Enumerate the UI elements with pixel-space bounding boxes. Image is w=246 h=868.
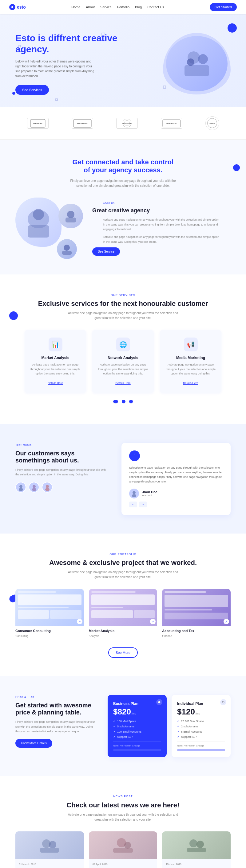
pagination-dot-2[interactable] bbox=[129, 400, 133, 403]
pagination-dot-1[interactable] bbox=[122, 400, 126, 403]
about-img-main bbox=[15, 197, 62, 247]
nav-cta-button[interactable]: Get Started bbox=[210, 3, 237, 11]
about-img-2 bbox=[59, 204, 83, 228]
portfolio-description: Activate one page navigation on any page… bbox=[68, 570, 178, 580]
portfolio-category-2: Finance bbox=[162, 634, 172, 638]
news-grid: 31 March, 2019 Contented direction septe… bbox=[15, 831, 231, 868]
portfolio-info-1: Market Analysis Analysis bbox=[89, 626, 157, 638]
about-tag: About Us bbox=[103, 201, 220, 206]
svg-point-24 bbox=[133, 491, 136, 494]
pricing-left: Price & Plan Get started with awesome pr… bbox=[15, 695, 95, 748]
brand-item-0: BUSINESS bbox=[27, 118, 48, 129]
mock-bar-6 bbox=[165, 609, 212, 611]
brand-text-0: BUSINESS bbox=[33, 123, 42, 125]
news-img-0 bbox=[15, 831, 84, 859]
svg-point-23 bbox=[45, 488, 49, 491]
news-svg-1 bbox=[111, 836, 135, 855]
service-link-2[interactable]: Details Here bbox=[183, 381, 198, 384]
service-icon-2: 📢 bbox=[184, 338, 198, 351]
portfolio-thumb-content-1 bbox=[89, 589, 157, 626]
about-main-svg bbox=[23, 204, 54, 241]
svg-point-18 bbox=[20, 485, 23, 488]
testimonial-avatars bbox=[15, 482, 109, 493]
check-icon-6: ✓ bbox=[177, 730, 180, 733]
brand-text-4: PRESTIG bbox=[209, 122, 215, 124]
about-text: About Us Great creative agency Activate … bbox=[92, 201, 231, 256]
svg-point-13 bbox=[33, 209, 44, 220]
testimonial-prev-button[interactable]: ← bbox=[129, 501, 137, 507]
about-grid: About Us Great creative agency Activate … bbox=[15, 197, 231, 259]
portfolio-thumb-content-0 bbox=[15, 589, 84, 626]
brand-logo-3: PRAESIDEO bbox=[161, 118, 182, 129]
business-feature-3: ✓ Support 24/7 bbox=[113, 735, 161, 739]
service-title-0: Market Analysis bbox=[30, 356, 80, 360]
news-body-2: 15 June, 2019 One morning, when Gregor S… bbox=[162, 859, 231, 868]
logo-icon bbox=[9, 4, 15, 10]
price-card-business: ⬢ Business Plan $820 /mo ✓ 100 Mail Spac… bbox=[108, 695, 167, 757]
testimonial-next-button[interactable]: → bbox=[139, 501, 147, 507]
pricing-section: Price & Plan Get started with awesome pr… bbox=[0, 676, 246, 776]
author-avatar bbox=[129, 489, 139, 498]
business-plan-amount: $820 bbox=[113, 707, 131, 717]
service-desc-2: Activate page navigation on any page thr… bbox=[166, 363, 216, 376]
nav-home[interactable]: Home bbox=[71, 5, 80, 9]
portfolio-see-more-button[interactable]: See More bbox=[108, 647, 138, 658]
service-desc-0: Activate page navigation on any page thr… bbox=[30, 363, 80, 376]
avatar1-svg bbox=[17, 484, 24, 491]
brands-section: BUSINESS SHOPNAME PHOTOGRAPHY PRAESIDEO bbox=[0, 107, 246, 140]
nav-about[interactable]: About bbox=[86, 5, 95, 9]
author-role: Account bbox=[142, 494, 157, 497]
mock-bar-5 bbox=[165, 591, 206, 593]
price-card-individual: ⬡ Individual Plan $120 /mo ✓ 25 MB Disk … bbox=[172, 695, 231, 757]
news-section: News Post Check our latest news we are h… bbox=[0, 776, 246, 868]
logo-text: esto bbox=[17, 5, 26, 9]
svg-point-27 bbox=[49, 841, 56, 848]
avatar-3 bbox=[42, 482, 52, 493]
news-card-2: 15 June, 2019 One morning, when Gregor S… bbox=[162, 831, 231, 868]
nav-service[interactable]: Service bbox=[100, 5, 112, 9]
services-deco-dot bbox=[9, 311, 18, 320]
avatar3-svg bbox=[44, 484, 51, 491]
svg-point-25 bbox=[132, 494, 136, 497]
brand-text-2: PHOTOGRAPHY bbox=[122, 123, 132, 124]
mock-card-3 bbox=[165, 595, 228, 607]
agency-section: Get connected and take control of your a… bbox=[0, 140, 246, 275]
services-section: Our Services Exclusive services for the … bbox=[0, 275, 246, 424]
nav-blog[interactable]: Blog bbox=[135, 5, 142, 9]
nav-portfolio[interactable]: Portfolio bbox=[117, 5, 130, 9]
brand-item-2: PHOTOGRAPHY bbox=[116, 118, 138, 129]
hero-description: Below will help edit your other themes w… bbox=[15, 59, 95, 79]
testimonial-quote: Selection one page navigation on any pag… bbox=[129, 466, 223, 484]
mock-bar-1 bbox=[18, 591, 56, 593]
hero-cta-button[interactable]: See Services bbox=[15, 85, 49, 95]
pricing-cta-button[interactable]: Know More Details bbox=[15, 739, 52, 748]
portfolio-thumb-1: ↗ bbox=[89, 589, 157, 626]
navbar: esto Home About Service Portfolio Blog C… bbox=[0, 0, 246, 14]
hero-illustration bbox=[178, 48, 215, 79]
hero-headline-part1: Esto is bbox=[15, 33, 48, 43]
pricing-cards: ⬢ Business Plan $820 /mo ✓ 100 Mail Spac… bbox=[108, 695, 231, 757]
nav-contact[interactable]: Contact Us bbox=[147, 5, 164, 9]
service-link-0[interactable]: Details Here bbox=[48, 381, 63, 384]
news-svg-2 bbox=[184, 836, 209, 855]
news-tag: News Post bbox=[68, 794, 178, 799]
quote-icon: " bbox=[129, 451, 140, 461]
nav-links: Home About Service Portfolio Blog Contac… bbox=[71, 5, 164, 9]
individual-feature-2: ✓ 5 Email Accounts bbox=[177, 730, 225, 733]
portfolio-item-1: ↗ Market Analysis Analysis bbox=[89, 589, 157, 638]
individual-plan-amount: $120 bbox=[177, 707, 195, 717]
service-link-1[interactable]: Details Here bbox=[115, 381, 131, 384]
business-plan-note: Note: No Hidden Charge bbox=[113, 742, 161, 747]
portfolio-grid: ↗ Consumer Consulting Consulting ↗ bbox=[15, 589, 231, 638]
about-cta-button[interactable]: See Service bbox=[92, 247, 120, 256]
news-img-1 bbox=[89, 831, 157, 859]
svg-rect-3 bbox=[184, 65, 209, 76]
service-title-1: Network Analysis bbox=[98, 356, 148, 360]
service-icon-1: 🌐 bbox=[116, 338, 130, 351]
services-pagination bbox=[15, 399, 231, 406]
portfolio-corner-0: ↗ bbox=[77, 619, 82, 624]
mock-row-1 bbox=[18, 610, 81, 619]
about-img2-svg bbox=[63, 208, 78, 224]
pagination-dot-active[interactable] bbox=[113, 400, 118, 403]
hero-headline-highlight: diffrent bbox=[48, 33, 80, 43]
